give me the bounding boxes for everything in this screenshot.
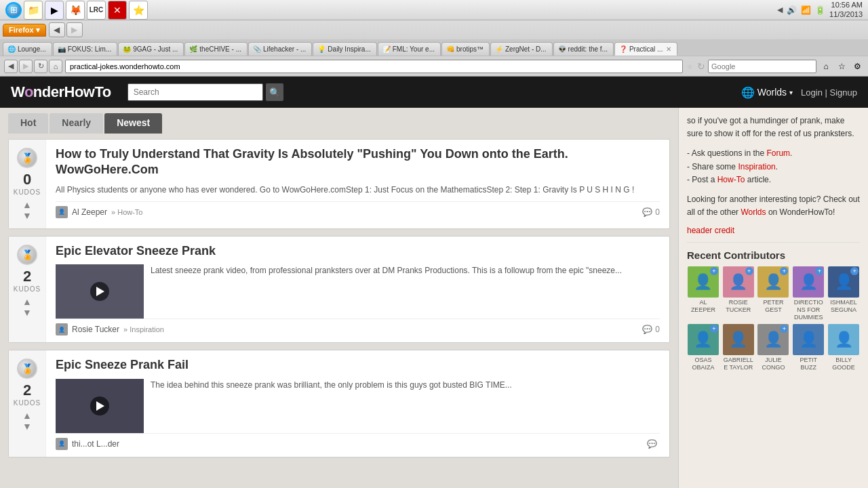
contributor-plus-0: + (710, 267, 718, 275)
vote-btns-0: ▲ ▼ (22, 200, 32, 220)
contributor-5[interactable]: 👤 + OSAS OBAIZA (687, 324, 719, 371)
bookmark-icon[interactable]: ☆ (835, 60, 848, 73)
firefox-button[interactable]: Firefox ▾ (3, 24, 46, 37)
address-input[interactable] (65, 60, 683, 73)
sys-tray-arrow[interactable]: ◀ (777, 5, 783, 14)
author-name-2[interactable]: thi...ot L...der (72, 439, 119, 449)
contributor-plus-4: + (850, 267, 859, 275)
article-category-0: » How-To (111, 208, 142, 216)
sys-tray-network[interactable]: 📶 (801, 5, 811, 15)
vote-up-0[interactable]: ▲ (22, 200, 32, 209)
addr-back[interactable]: ◀ (4, 60, 18, 73)
browser-tab-5[interactable]: 💡Daily Inspira... (313, 42, 376, 56)
start-button[interactable]: ⊞ (5, 2, 22, 18)
person-icon-2: 👤 (764, 273, 783, 291)
taskbar-star[interactable]: ⭐ (129, 1, 148, 20)
browser-tab-0[interactable]: 🌐Lounge... (3, 42, 52, 56)
vote-up-2[interactable]: ▲ (22, 411, 32, 420)
contributor-0[interactable]: 👤 + AL ZEEPER (687, 266, 719, 321)
comment-icon-1: 💬 (642, 325, 652, 334)
browser-tab-4[interactable]: 📎Lifehacker - ... (248, 42, 312, 56)
contributor-name-9: BILLY GOODE (828, 357, 859, 371)
contributor-avatar-1: 👤 + (723, 266, 754, 298)
site-search: 🔍 (127, 83, 283, 101)
site-search-button[interactable]: 🔍 (266, 83, 283, 101)
vote-down-0[interactable]: ▼ (22, 211, 32, 220)
addr-refresh[interactable]: ↻ (34, 60, 47, 73)
bookmark-star[interactable]: ★ (686, 61, 694, 72)
content-tab-newest[interactable]: Newest (104, 113, 162, 134)
worlds-link[interactable]: Worlds (741, 207, 766, 217)
login-signup-link[interactable]: Login | Signup (801, 87, 857, 98)
contributor-plus-1: + (745, 267, 753, 275)
forward-button[interactable]: ▶ (66, 22, 83, 37)
browser-tab-7[interactable]: 👊brotips™ (441, 42, 490, 56)
contributor-6[interactable]: 👤 GABRIELLE TAYLOR (722, 324, 755, 371)
ask-text: - Ask questions in the (687, 148, 766, 158)
taskbar-lrc[interactable]: LRC (87, 1, 106, 20)
article-title-2[interactable]: Epic Sneeze Prank Fail (56, 357, 660, 373)
play-button-1[interactable] (90, 282, 109, 301)
back-button[interactable]: ◀ (49, 22, 65, 37)
browser-tab-2[interactable]: 🐸9GAG - Just ... (118, 42, 184, 56)
bookmark-star-2[interactable]: ↻ (697, 61, 705, 72)
browser-search[interactable] (708, 60, 816, 73)
worlds-button[interactable]: 🌐 Worlds ▾ (741, 86, 793, 99)
tab-close-10[interactable]: ✕ (666, 45, 671, 53)
article-body-1: Epic Elevator Sneeze Prank Latest sneeze… (46, 237, 669, 342)
contributor-2[interactable]: 👤 + PETER GEST (757, 266, 790, 321)
article-comments-1: 💬 0 (642, 325, 660, 334)
site-search-input[interactable] (127, 83, 263, 101)
sys-tray-battery[interactable]: 🔋 (815, 5, 825, 15)
browser-tab-8[interactable]: ⚡ZergNet - D... (490, 42, 553, 56)
author-name-1[interactable]: Rosie Tucker (72, 325, 119, 334)
addr-forward[interactable]: ▶ (19, 60, 33, 73)
contributor-7[interactable]: 👤 + JULIE CONGO (757, 324, 790, 371)
taskbar-media[interactable]: ▶ (45, 1, 64, 20)
contributor-4[interactable]: 👤 + ISHMAEL SEGUNA (827, 266, 860, 321)
address-bar-row: ◀ ▶ ↻ ⌂ ★ ↻ ⌂ ☆ ⚙ (0, 56, 868, 76)
browser-tab-9[interactable]: 👽reddit: the f... (553, 42, 614, 56)
inspiration-link[interactable]: Inspiration (738, 162, 775, 171)
site-logo[interactable]: WonderHowTo (11, 83, 111, 101)
vote-down-1[interactable]: ▼ (22, 308, 32, 317)
vote-up-1[interactable]: ▲ (22, 297, 32, 306)
content-tab-hot[interactable]: Hot (8, 113, 48, 134)
browser-tab-6[interactable]: 📝FML: Your e... (378, 42, 441, 56)
os-taskbar: ⊞ 📁 ▶ 🦊 LRC ✕ ⭐ ◀ 🔊 📶 🔋 10:56 AM 11/3/20… (0, 0, 868, 20)
contributor-name-6: GABRIELLE TAYLOR (723, 357, 754, 371)
contributor-name-4: ISHMAEL SEGUNA (828, 299, 859, 314)
taskbar-folder[interactable]: 📁 (24, 1, 43, 20)
author-name-0[interactable]: Al Zeeper (72, 207, 107, 217)
howto-link[interactable]: How-To (717, 175, 745, 184)
taskbar-close[interactable]: ✕ (108, 1, 127, 20)
vote-btns-1: ▲ ▼ (22, 297, 32, 317)
vote-down-2[interactable]: ▼ (22, 422, 32, 431)
home-icon-2[interactable]: ⌂ (819, 60, 833, 73)
kudos-num-2: 2 (23, 383, 31, 398)
header-credit-link[interactable]: header credit (687, 226, 860, 243)
sys-tray-volume[interactable]: 🔊 (787, 5, 797, 15)
person-icon-9: 👤 (835, 331, 853, 348)
taskbar-firefox[interactable]: 🦊 (66, 1, 85, 20)
play-button-2[interactable] (90, 396, 109, 415)
article-title-0[interactable]: How to Truly Understand That Gravity Is … (56, 146, 660, 178)
article-body-2: Epic Sneeze Prank Fail The idea behind t… (46, 350, 669, 456)
article-title-1[interactable]: Epic Elevator Sneeze Prank (56, 243, 660, 259)
browser-tab-10[interactable]: ❓Practical ...✕ (614, 42, 677, 56)
article-footer-0: 👤 Al Zeeper » How-To 💬 0 (56, 201, 660, 218)
addr-home[interactable]: ⌂ (49, 60, 62, 73)
forum-link[interactable]: Forum (766, 148, 790, 158)
tools-icon[interactable]: ⚙ (850, 60, 864, 73)
browser-tab-1[interactable]: 📷FOKUS: Lim... (53, 42, 117, 56)
contributor-9[interactable]: 👤 BILLY GOODE (827, 324, 860, 371)
content-tab-nearly[interactable]: Nearly (50, 113, 103, 134)
contributor-1[interactable]: 👤 + ROSIE TUCKER (722, 266, 755, 321)
addr-nav: ◀ ▶ ↻ ⌂ (4, 60, 62, 73)
kudos-col-2: 🏅 2 KUDOS ▲ ▼ (9, 350, 46, 456)
browser-tab-3[interactable]: 🌿theCHIVE - ... (184, 42, 248, 56)
contributor-3[interactable]: 👤 + DIRECTIONS FOR DUMMIES (792, 266, 825, 321)
article-text-2: The idea behind this sneeze prank was br… (151, 379, 660, 433)
article-item-1: 🏅 2 KUDOS ▲ ▼ Epic Elevator Sneeze Prank… (8, 236, 670, 343)
contributor-8[interactable]: 👤 PETIT BUZZ (792, 324, 825, 371)
